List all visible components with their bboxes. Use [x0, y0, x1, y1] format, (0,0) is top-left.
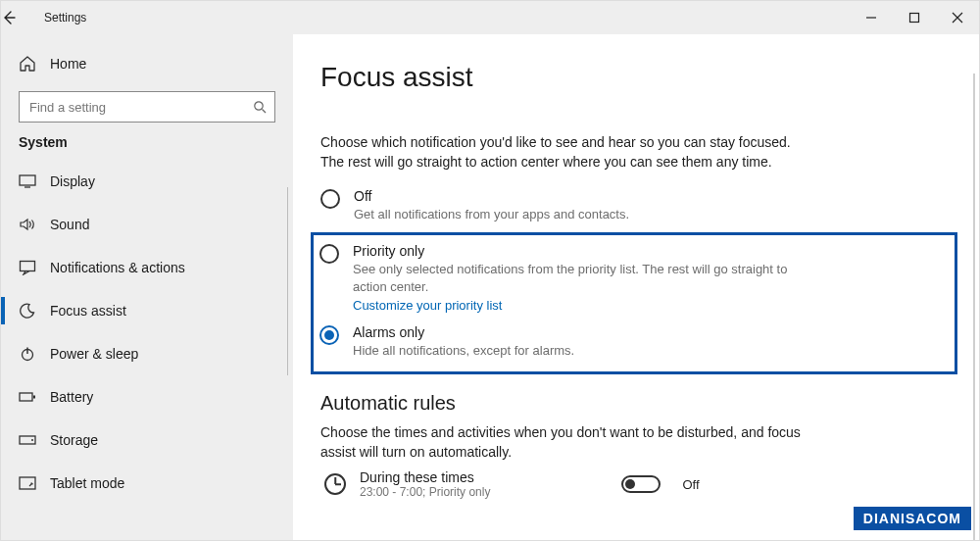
- rule-detail: 23:00 - 7:00; Priority only: [360, 485, 490, 499]
- rule-toggle[interactable]: [621, 475, 661, 493]
- radio-alarms-title: Alarms only: [353, 324, 574, 340]
- maximize-button[interactable]: [893, 1, 936, 34]
- watermark: DIANISACOM: [854, 507, 971, 530]
- maximize-icon: [908, 12, 920, 24]
- radio-off[interactable]: Off Get all notifications from your apps…: [320, 188, 810, 223]
- customize-priority-link[interactable]: Customize your priority list: [353, 298, 502, 313]
- sidebar-item-focus-assist[interactable]: Focus assist: [1, 289, 293, 332]
- svg-rect-13: [20, 477, 35, 489]
- svg-rect-10: [33, 396, 35, 399]
- notifications-icon: [19, 260, 36, 275]
- window-titlebar: Settings: [1, 1, 979, 34]
- highlight-box: Priority only See only selected notifica…: [311, 232, 957, 374]
- rule-title: During these times: [360, 469, 490, 485]
- sidebar-item-notifications[interactable]: Notifications & actions: [1, 246, 293, 289]
- search-box[interactable]: [19, 91, 275, 123]
- sidebar-item-label: Storage: [50, 432, 98, 448]
- page-title: Focus assist: [320, 62, 952, 93]
- moon-icon: [19, 303, 36, 319]
- radio-alarms-subtitle: Hide all notifications, except for alarm…: [353, 342, 574, 360]
- back-arrow-icon: [1, 10, 17, 25]
- display-icon: [19, 174, 36, 188]
- sidebar-scrollbar[interactable]: [287, 187, 288, 375]
- back-button[interactable]: [1, 10, 40, 25]
- page-description: Choose which notification you'd like to …: [320, 132, 810, 172]
- sidebar-item-label: Battery: [50, 389, 93, 405]
- sidebar-item-label: Focus assist: [50, 303, 126, 319]
- sidebar-item-label: Notifications & actions: [50, 260, 185, 275]
- radio-priority-subtitle: See only selected notifications from the…: [353, 261, 809, 295]
- sidebar-item-display[interactable]: Display: [1, 160, 293, 203]
- home-icon: [19, 55, 36, 73]
- close-icon: [952, 12, 963, 24]
- rule-toggle-label: Off: [682, 477, 699, 492]
- clock-icon: [324, 473, 346, 495]
- svg-point-12: [31, 439, 33, 441]
- battery-icon: [19, 391, 36, 403]
- sidebar-item-label: Display: [50, 173, 95, 189]
- radio-off-title: Off: [354, 188, 629, 204]
- sidebar-item-power[interactable]: Power & sleep: [1, 332, 293, 375]
- close-button[interactable]: [936, 1, 979, 34]
- radio-off-subtitle: Get all notifications from your apps and…: [354, 206, 629, 223]
- sound-icon: [19, 218, 36, 231]
- sidebar: Home System Display Sound Notifications …: [1, 34, 293, 540]
- sidebar-item-label: Power & sleep: [50, 346, 138, 362]
- radio-circle-icon: [320, 189, 340, 209]
- sidebar-nav: Display Sound Notifications & actions Fo…: [1, 160, 293, 505]
- svg-point-2: [255, 102, 263, 110]
- sidebar-item-label: Sound: [50, 217, 89, 232]
- radio-circle-icon: [319, 244, 339, 264]
- radio-alarms[interactable]: Alarms only Hide all notifications, exce…: [319, 324, 809, 360]
- sidebar-item-storage[interactable]: Storage: [1, 418, 293, 462]
- minimize-button[interactable]: [850, 1, 893, 34]
- svg-rect-9: [20, 393, 32, 401]
- sidebar-item-sound[interactable]: Sound: [1, 203, 293, 246]
- sidebar-item-battery[interactable]: Battery: [1, 375, 293, 418]
- search-input[interactable]: [27, 99, 253, 116]
- rule-during-times[interactable]: During these times 23:00 - 7:00; Priorit…: [320, 469, 952, 499]
- tablet-icon: [19, 476, 36, 490]
- storage-icon: [19, 435, 36, 445]
- radio-priority-title: Priority only: [353, 243, 809, 259]
- sidebar-category: System: [19, 134, 275, 150]
- sidebar-item-label: Tablet mode: [50, 475, 124, 491]
- sidebar-item-tablet[interactable]: Tablet mode: [1, 462, 293, 505]
- power-icon: [19, 346, 36, 362]
- automatic-rules-description: Choose the times and activities when you…: [320, 422, 810, 463]
- radio-priority[interactable]: Priority only See only selected notifica…: [319, 243, 809, 313]
- window-title: Settings: [44, 11, 86, 25]
- sidebar-home[interactable]: Home: [1, 44, 293, 83]
- radio-circle-selected-icon: [319, 325, 339, 345]
- svg-rect-1: [910, 14, 919, 23]
- automatic-rules-heading: Automatic rules: [320, 392, 952, 415]
- svg-line-3: [263, 110, 267, 114]
- svg-rect-4: [20, 175, 35, 185]
- svg-rect-6: [21, 262, 35, 271]
- minimize-icon: [865, 12, 877, 24]
- main-content: Focus assist Choose which notification y…: [293, 34, 979, 540]
- main-scrollbar[interactable]: [973, 74, 975, 540]
- sidebar-home-label: Home: [50, 56, 86, 72]
- search-icon: [253, 100, 267, 114]
